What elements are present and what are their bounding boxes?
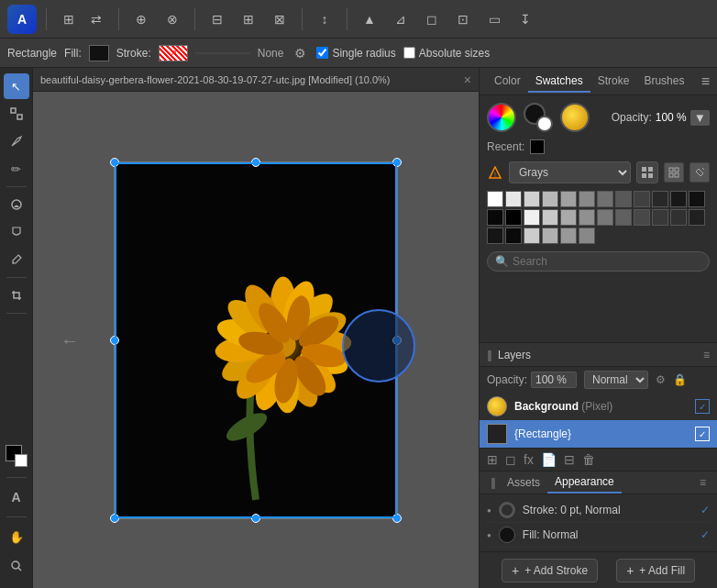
swatch-cell[interactable] <box>542 227 558 244</box>
layer-check-background[interactable]: ✓ <box>695 399 710 414</box>
swatch-cell[interactable] <box>615 191 632 207</box>
grid-view-btn[interactable] <box>636 161 658 183</box>
layer-stack-icon[interactable]: ⊞ <box>487 452 498 467</box>
layer-group-icon[interactable]: ⊟ <box>564 452 575 467</box>
stroke-check-icon[interactable]: ✓ <box>700 504 710 516</box>
fill-swatch-black[interactable] <box>499 527 515 543</box>
layers-opacity-input[interactable] <box>531 372 577 388</box>
swatch-cell[interactable] <box>542 191 558 207</box>
swatch-cell[interactable] <box>505 191 522 207</box>
swatch-cell[interactable] <box>634 209 650 226</box>
swatch-cell[interactable] <box>597 191 613 207</box>
tool-pencil[interactable]: ✏ <box>4 156 29 182</box>
layer-fx-icon[interactable]: fx <box>524 452 534 467</box>
swatch-cell[interactable] <box>652 191 668 207</box>
tab-assets[interactable]: Assets <box>500 472 547 493</box>
layer-mask-icon[interactable]: ◻ <box>505 452 516 467</box>
tool-pointer[interactable]: ↖ <box>4 73 29 99</box>
tool-text[interactable]: A <box>4 484 29 510</box>
canvas-close-btn[interactable]: × <box>464 72 471 87</box>
sel-handle-tl[interactable] <box>110 158 119 167</box>
sel-handle-bl[interactable] <box>110 514 119 523</box>
gray-dropdown[interactable]: Grays <box>509 161 631 183</box>
swatch-edit-btn1[interactable] <box>664 162 684 183</box>
sel-handle-ml[interactable] <box>110 336 119 345</box>
swatch-cell[interactable] <box>652 209 668 226</box>
tool-node[interactable] <box>4 101 29 127</box>
stroke-swatch-ring[interactable] <box>499 502 515 518</box>
layers-collapse-btn[interactable]: ‖ <box>487 349 492 361</box>
layer-gear-icon[interactable]: ⚙ <box>656 373 666 386</box>
toolbar-rect-btn[interactable]: ▭ <box>481 6 507 32</box>
toolbar-tri2-btn[interactable]: ⊿ <box>388 6 414 32</box>
canvas-inner[interactable] <box>114 161 398 519</box>
swatch-cell[interactable] <box>579 191 595 207</box>
tool-crop[interactable] <box>4 283 29 308</box>
sel-handle-tc[interactable] <box>251 158 260 167</box>
gear-icon[interactable]: ⚙ <box>291 44 309 62</box>
recent-swatch-black[interactable] <box>530 139 545 154</box>
toolbar-snap3-btn[interactable]: ⊠ <box>267 6 292 32</box>
swatch-cell[interactable] <box>579 227 595 244</box>
absolute-sizes-input[interactable] <box>403 47 415 59</box>
layer-item-background[interactable]: Background (Pixel) ✓ <box>480 393 717 420</box>
swatch-cell[interactable] <box>579 209 595 226</box>
fg-bg-swatches[interactable] <box>6 445 28 467</box>
gold-swatch-icon[interactable] <box>560 103 590 132</box>
sel-handle-br[interactable] <box>392 514 402 523</box>
swatch-cell[interactable] <box>560 227 577 244</box>
tool-hand[interactable]: ✋ <box>4 524 29 549</box>
layer-item-rectangle[interactable]: {Rectangle} ✓ <box>480 420 717 448</box>
toolbar-minus-btn[interactable]: ⊗ <box>160 6 185 32</box>
toolbar-share-btn[interactable]: ⇄ <box>83 6 109 32</box>
panel-menu-btn[interactable]: ≡ <box>701 73 710 90</box>
color-wheel-icon[interactable] <box>487 103 516 132</box>
toolbar-grid-btn[interactable]: ⊞ <box>56 6 82 32</box>
swatch-cell[interactable] <box>524 191 540 207</box>
tab-brushes[interactable]: Brushes <box>636 71 691 93</box>
layer-check-rectangle[interactable]: ✓ <box>695 427 710 441</box>
toolbar-move-btn[interactable]: ↕ <box>312 6 337 32</box>
swatch-cell[interactable] <box>487 191 503 207</box>
blend-mode-select[interactable]: Normal <box>584 371 648 389</box>
swatch-cell[interactable] <box>670 191 687 207</box>
swatch-cell[interactable] <box>634 191 650 207</box>
swatch-cell[interactable] <box>670 209 687 226</box>
swatch-cell[interactable] <box>560 191 577 207</box>
add-stroke-btn[interactable]: + + Add Stroke <box>502 559 598 582</box>
fill-check-icon[interactable]: ✓ <box>700 528 710 541</box>
tab-stroke[interactable]: Stroke <box>590 71 637 93</box>
tool-pen[interactable] <box>4 128 29 154</box>
swatch-cell[interactable] <box>560 209 577 226</box>
toolbar-snap1-btn[interactable]: ⊟ <box>204 6 230 32</box>
swatch-cell[interactable] <box>689 191 705 207</box>
single-radius-input[interactable] <box>316 47 328 59</box>
swatch-cell[interactable] <box>487 227 503 244</box>
layer-delete-icon[interactable]: 🗑 <box>582 452 595 467</box>
background-swatch[interactable] <box>15 454 28 467</box>
layer-lock-icon[interactable]: 🔒 <box>673 373 687 386</box>
swatch-cell[interactable] <box>597 209 613 226</box>
tab-swatches[interactable]: Swatches <box>528 71 590 93</box>
tool-eyedropper[interactable] <box>4 247 29 272</box>
toolbar-sq2-btn[interactable]: ⊡ <box>450 6 476 32</box>
swatch-cell[interactable] <box>524 209 540 226</box>
toolbar-tri1-btn[interactable]: ▲ <box>357 6 382 32</box>
tool-fill[interactable] <box>4 219 29 245</box>
add-fill-btn[interactable]: + + Add Fill <box>616 559 695 582</box>
stroke-swatch[interactable]: ↗ <box>159 45 188 61</box>
fg-bg-icon[interactable] <box>524 103 553 132</box>
sel-handle-tr[interactable] <box>392 158 402 167</box>
swatch-cell[interactable] <box>615 209 632 226</box>
single-radius-checkbox[interactable]: Single radius <box>316 47 395 60</box>
sel-handle-bc[interactable] <box>251 514 260 523</box>
toolbar-snap2-btn[interactable]: ⊞ <box>236 6 261 32</box>
appearance-collapse-btn[interactable]: ‖ <box>487 472 500 493</box>
opacity-btn[interactable]: ▼ <box>690 110 710 126</box>
tab-appearance[interactable]: Appearance <box>547 472 622 494</box>
swatch-cell[interactable] <box>487 209 503 226</box>
tool-zoom[interactable] <box>4 553 29 579</box>
toolbar-sq1-btn[interactable]: ◻ <box>419 6 445 32</box>
swatch-cell[interactable] <box>542 209 558 226</box>
fill-swatch[interactable] <box>89 45 109 61</box>
